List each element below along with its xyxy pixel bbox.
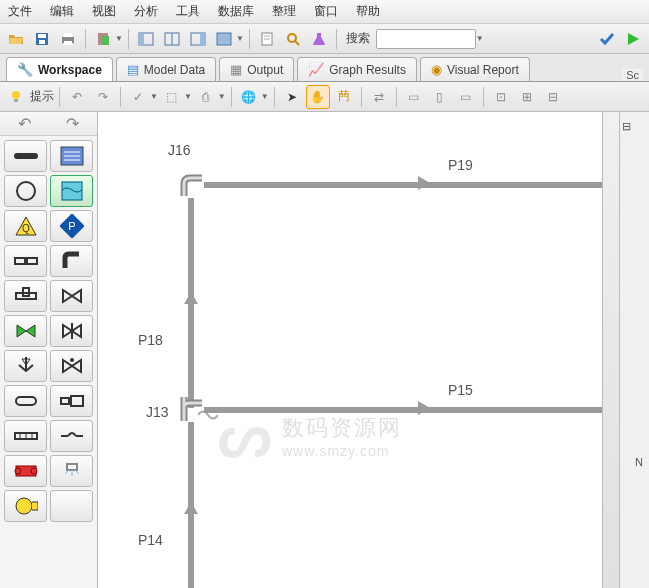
align3-button[interactable]: ▭	[454, 85, 478, 109]
component-spray[interactable]	[50, 455, 93, 487]
print-button[interactable]	[56, 27, 80, 51]
component-check-r[interactable]	[50, 315, 93, 347]
tab-visual-report[interactable]: ◉ Visual Report	[420, 57, 530, 81]
toolbar-separator	[231, 87, 232, 107]
component-expansion[interactable]	[50, 385, 93, 417]
menu-help[interactable]: 帮助	[356, 3, 380, 20]
svg-rect-22	[14, 153, 38, 159]
tab-graph-results[interactable]: 📈 Graph Results	[297, 57, 417, 81]
undo-small-button[interactable]: ↶	[65, 85, 89, 109]
component-tee[interactable]	[4, 280, 47, 312]
tree-collapse-icon[interactable]: ⊟	[622, 120, 647, 133]
search-button[interactable]	[281, 27, 305, 51]
run-button[interactable]	[621, 27, 645, 51]
menu-tools[interactable]: 工具	[176, 3, 200, 20]
zoom1-button[interactable]: ⊡	[489, 85, 513, 109]
component-compressor[interactable]	[4, 490, 47, 522]
notes-button[interactable]	[255, 27, 279, 51]
layout2-button[interactable]	[160, 27, 184, 51]
printer-small-button[interactable]: ⎙	[194, 85, 218, 109]
find-button[interactable]: 菛	[332, 85, 356, 109]
component-check-l[interactable]	[4, 315, 47, 347]
undo-icon[interactable]: ↶	[18, 114, 31, 133]
menu-database[interactable]: 数据库	[218, 3, 254, 20]
toolbar-separator	[274, 87, 275, 107]
menu-analysis[interactable]: 分析	[134, 3, 158, 20]
pane-left-icon	[138, 31, 154, 47]
layout4-button[interactable]	[212, 27, 236, 51]
diagram-canvas[interactable]: J16 P19 P18 J13 P15 P14 ᔕ	[98, 112, 619, 588]
search-input[interactable]	[376, 29, 476, 49]
menu-file[interactable]: 文件	[8, 3, 32, 20]
component-pump-q[interactable]: Q	[4, 210, 47, 242]
component-reservoir[interactable]	[50, 175, 93, 207]
pipe-p15[interactable]	[204, 407, 604, 413]
align1-button[interactable]: ▭	[402, 85, 426, 109]
tab-workspace[interactable]: 🔧 Workspace	[6, 57, 113, 81]
component-elbow[interactable]	[50, 245, 93, 277]
dropdown-icon[interactable]: ▼	[150, 92, 158, 101]
dropdown-icon[interactable]: ▼	[184, 92, 192, 101]
dropdown-icon[interactable]: ▼	[115, 34, 123, 43]
pan-button[interactable]: ✋	[306, 85, 330, 109]
play-icon	[625, 31, 641, 47]
menu-view[interactable]: 视图	[92, 3, 116, 20]
pipe-p19[interactable]	[204, 182, 604, 188]
component-cap[interactable]	[4, 385, 47, 417]
component-pump-p[interactable]: P	[50, 210, 93, 242]
swap-button[interactable]: ⇄	[367, 85, 391, 109]
dropdown-icon[interactable]: ▼	[236, 34, 244, 43]
wrench-icon: 🔧	[17, 62, 33, 77]
dropdown-icon[interactable]: ▼	[218, 92, 226, 101]
component-regulator[interactable]	[4, 350, 47, 382]
pane-full-icon	[216, 31, 232, 47]
right-panel-tab[interactable]: Sc	[622, 69, 643, 81]
zoom3-button[interactable]: ⊟	[541, 85, 565, 109]
tab-model-data[interactable]: ▤ Model Data	[116, 57, 216, 81]
layout1-button[interactable]	[134, 27, 158, 51]
align2-button[interactable]: ▯	[428, 85, 452, 109]
layout3-button[interactable]	[186, 27, 210, 51]
component-pipe[interactable]	[4, 140, 47, 172]
svg-rect-4	[64, 33, 72, 37]
component-valve2[interactable]	[50, 350, 93, 382]
svg-rect-40	[16, 397, 36, 405]
vertical-scrollbar[interactable]	[605, 118, 617, 158]
swap-icon: ⇄	[374, 90, 384, 104]
save-button[interactable]	[30, 27, 54, 51]
dropdown-icon[interactable]: ▼	[261, 92, 269, 101]
pipe-icon	[12, 149, 40, 163]
menu-arrange[interactable]: 整理	[272, 3, 296, 20]
paste-button[interactable]	[91, 27, 115, 51]
clipboard-icon	[95, 31, 111, 47]
dropdown-icon[interactable]: ▼	[476, 34, 484, 43]
tab-output[interactable]: ▦ Output	[219, 57, 294, 81]
menu-edit[interactable]: 编辑	[50, 3, 74, 20]
region-button[interactable]: ⬚	[160, 85, 184, 109]
hint-button[interactable]	[4, 85, 28, 109]
component-manifold[interactable]	[4, 420, 47, 452]
svg-rect-21	[14, 99, 18, 102]
component-notes[interactable]	[50, 140, 93, 172]
open-button[interactable]	[4, 27, 28, 51]
redo-small-button[interactable]: ↷	[91, 85, 115, 109]
binoculars-icon: 菛	[338, 88, 350, 105]
check-button[interactable]	[595, 27, 619, 51]
pointer-button[interactable]: ➤	[280, 85, 304, 109]
junction-j16[interactable]	[178, 172, 204, 198]
menu-window[interactable]: 窗口	[314, 3, 338, 20]
svg-rect-52	[67, 464, 77, 470]
component-valve[interactable]	[50, 280, 93, 312]
search-label: 搜索	[346, 30, 370, 47]
component-joint-l[interactable]	[4, 245, 47, 277]
redo-icon[interactable]: ↷	[66, 114, 79, 133]
skip-icon	[59, 428, 85, 444]
check-small-button[interactable]: ✓	[126, 85, 150, 109]
component-circle[interactable]	[4, 175, 47, 207]
zoom2-button[interactable]: ⊞	[515, 85, 539, 109]
globe-button[interactable]: 🌐	[237, 85, 261, 109]
component-heater[interactable]	[4, 455, 47, 487]
flask-button[interactable]	[307, 27, 331, 51]
component-skip[interactable]	[50, 420, 93, 452]
component-blank[interactable]	[50, 490, 93, 522]
